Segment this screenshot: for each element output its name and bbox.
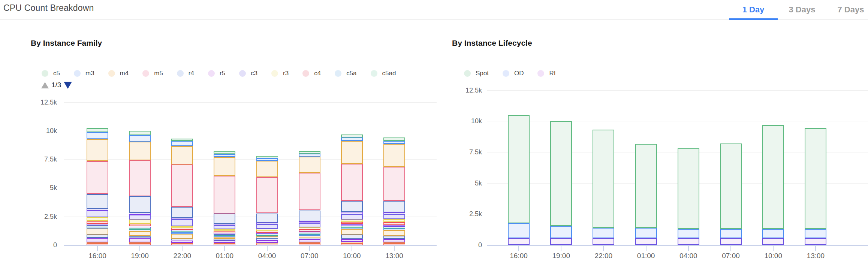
bar-segment-spot[interactable]	[508, 115, 530, 224]
bar-segment[interactable]	[383, 219, 405, 222]
bar-segment[interactable]	[341, 137, 363, 141]
bar-segment-spot[interactable]	[635, 144, 657, 228]
bar-segment[interactable]	[171, 164, 193, 207]
bar-segment[interactable]	[299, 233, 320, 235]
bar-segment[interactable]	[383, 141, 405, 144]
bar-segment[interactable]	[171, 234, 193, 239]
bar-segment[interactable]	[171, 243, 193, 244]
bar-segment[interactable]	[383, 222, 405, 225]
bar-segment[interactable]	[299, 157, 320, 173]
bar-segment[interactable]	[87, 221, 108, 224]
legend-item-c3[interactable]: c3	[239, 70, 257, 77]
bar-segment-spot[interactable]	[720, 143, 742, 229]
bar-segment[interactable]	[299, 238, 320, 239]
bar-segment-ri[interactable]	[635, 238, 657, 245]
bar-segment[interactable]	[129, 220, 151, 223]
bar-segment[interactable]	[256, 214, 278, 223]
bar-segment[interactable]	[129, 236, 151, 238]
bar-segment-od[interactable]	[805, 229, 826, 238]
bar-segment-spot[interactable]	[550, 121, 572, 226]
bar-segment[interactable]	[299, 227, 320, 229]
tab-1-day[interactable]: 1 Day	[729, 0, 778, 19]
bar-segment[interactable]	[383, 236, 405, 239]
bar-segment[interactable]	[383, 239, 405, 242]
bar-segment[interactable]	[171, 231, 193, 233]
bar-segment[interactable]	[87, 226, 108, 227]
bar-segment[interactable]	[214, 231, 235, 233]
bar-segment[interactable]	[383, 212, 405, 214]
tab-7-days[interactable]: 7 Days	[826, 0, 868, 19]
bar-segment[interactable]	[341, 244, 363, 245]
bar-segment[interactable]	[171, 207, 193, 218]
bar-segment[interactable]	[256, 231, 278, 233]
bar-segment[interactable]	[171, 141, 193, 146]
bar-segment[interactable]	[341, 134, 363, 138]
bar-segment[interactable]	[214, 244, 235, 245]
bar-segment[interactable]	[256, 244, 278, 245]
legend-item-c5[interactable]: c5	[42, 70, 60, 77]
bar-segment[interactable]	[299, 221, 320, 223]
bar-segment-od[interactable]	[762, 229, 784, 238]
bar-segment[interactable]	[214, 151, 235, 154]
legend-item-r4[interactable]: r4	[177, 70, 194, 77]
bar-segment[interactable]	[87, 235, 108, 238]
bar-segment[interactable]	[299, 223, 320, 227]
bar-segment[interactable]	[256, 229, 278, 231]
bar-segment[interactable]	[214, 236, 235, 237]
bar-segment[interactable]	[129, 215, 151, 220]
bar-segment[interactable]	[256, 233, 278, 234]
bar-segment-ri[interactable]	[678, 238, 699, 245]
bar-segment-od[interactable]	[678, 229, 699, 238]
bar-segment[interactable]	[171, 232, 193, 233]
bar-segment[interactable]	[341, 220, 363, 222]
bar-segment[interactable]	[214, 233, 235, 235]
bar-segment[interactable]	[256, 177, 278, 213]
bar-segment[interactable]	[299, 244, 320, 245]
bar-segment[interactable]	[383, 201, 405, 212]
bar-segment[interactable]	[87, 128, 108, 132]
bar-segment[interactable]	[87, 238, 108, 242]
tab-3-days[interactable]: 3 Days	[778, 0, 826, 19]
bar-segment[interactable]	[383, 225, 405, 227]
bar-segment[interactable]	[341, 222, 363, 224]
bar-segment[interactable]	[341, 212, 363, 214]
bar-segment[interactable]	[129, 231, 151, 236]
bar-segment[interactable]	[383, 137, 405, 141]
bar-segment-spot[interactable]	[593, 130, 614, 228]
bar-segment[interactable]	[129, 142, 151, 160]
bar-segment[interactable]	[129, 238, 151, 242]
bar-segment[interactable]	[341, 229, 363, 235]
bar-segment[interactable]	[341, 226, 363, 228]
bar-segment-ri[interactable]	[762, 238, 784, 245]
bar-segment[interactable]	[129, 244, 151, 245]
legend-item-m3[interactable]: m3	[74, 70, 94, 77]
bar-segment[interactable]	[256, 158, 278, 161]
bar-segment[interactable]	[256, 243, 278, 244]
bar-segment[interactable]	[214, 237, 235, 239]
bar-segment[interactable]	[87, 211, 108, 217]
bar-segment[interactable]	[341, 239, 363, 242]
legend-item-m5[interactable]: m5	[142, 70, 163, 77]
bar-segment[interactable]	[214, 176, 235, 214]
bar-segment[interactable]	[341, 224, 363, 226]
bar-segment[interactable]	[87, 242, 108, 244]
bar-segment[interactable]	[129, 160, 151, 196]
bar-segment[interactable]	[256, 156, 278, 158]
bar-segment[interactable]	[299, 229, 320, 232]
bar-segment[interactable]	[171, 219, 193, 226]
bar-segment[interactable]	[256, 234, 278, 235]
bar-segment[interactable]	[87, 209, 108, 211]
bar-segment-ri[interactable]	[720, 238, 742, 245]
bar-segment[interactable]	[171, 226, 193, 228]
bar-segment[interactable]	[129, 131, 151, 135]
bar-segment[interactable]	[341, 235, 363, 239]
bar-segment[interactable]	[214, 154, 235, 157]
bar-segment[interactable]	[341, 242, 363, 244]
bar-segment[interactable]	[256, 224, 278, 229]
bar-segment[interactable]	[341, 228, 363, 229]
bar-segment[interactable]	[256, 223, 278, 224]
bar-segment[interactable]	[299, 173, 320, 211]
bar-segment-spot[interactable]	[678, 148, 699, 229]
bar-segment[interactable]	[129, 228, 151, 230]
bar-segment[interactable]	[214, 241, 235, 243]
